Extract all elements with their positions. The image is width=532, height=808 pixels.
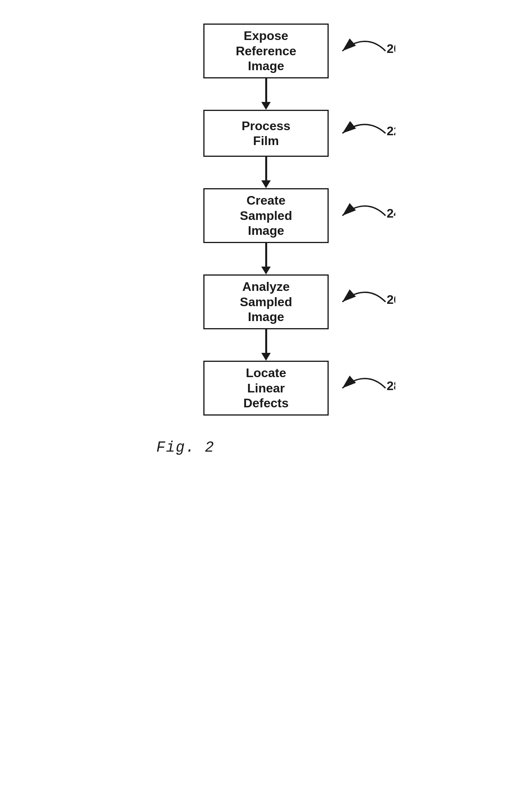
step-row-2: Process Film 22	[133, 110, 399, 157]
arrow-label-4: 26	[325, 284, 395, 320]
connector-1-2	[261, 78, 271, 110]
diagram-container: Expose Reference Image 20 Process Film	[133, 24, 399, 456]
connector-4-5	[261, 329, 271, 361]
svg-text:24: 24	[387, 206, 395, 220]
locate-linear-defects-label: Locate Linear Defects	[243, 365, 289, 410]
process-film-label: Process Film	[242, 118, 291, 149]
arrow-label-3: 24	[325, 198, 395, 233]
fig-label: Fig. 2	[156, 439, 215, 456]
connector-2-3	[261, 157, 271, 188]
expose-reference-image-label: Expose Reference Image	[236, 28, 297, 73]
analyze-sampled-image-box: Analyze Sampled Image	[203, 274, 329, 329]
create-sampled-image-box: Create Sampled Image	[203, 188, 329, 243]
step-row-3: Create Sampled Image 24	[133, 188, 399, 243]
step-row-1: Expose Reference Image 20	[133, 24, 399, 78]
svg-text:28: 28	[387, 379, 395, 393]
analyze-sampled-image-label: Analyze Sampled Image	[240, 279, 292, 324]
locate-linear-defects-box: Locate Linear Defects	[203, 361, 329, 416]
arrow-label-5: 28	[325, 370, 395, 406]
arrow-label-2: 22	[325, 118, 395, 149]
step-row-4: Analyze Sampled Image 26	[133, 274, 399, 329]
create-sampled-image-label: Create Sampled Image	[240, 193, 292, 238]
step-row-5: Locate Linear Defects 28	[133, 361, 399, 416]
connector-3-4	[261, 243, 271, 274]
svg-text:22: 22	[387, 124, 395, 138]
svg-text:26: 26	[387, 292, 395, 307]
arrow-label-1: 20	[325, 33, 395, 69]
svg-text:20: 20	[387, 42, 395, 56]
expose-reference-image-box: Expose Reference Image	[203, 24, 329, 78]
process-film-box: Process Film	[203, 110, 329, 157]
